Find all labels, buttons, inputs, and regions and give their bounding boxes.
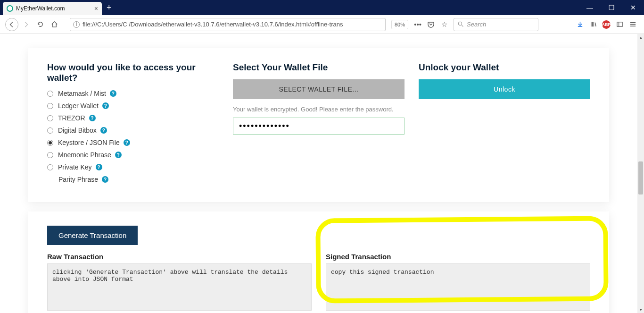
access-options-list: Metamask / Mist? Ledger Wallet? TREZOR? … — [47, 90, 219, 183]
radio-parity-phrase[interactable]: Parity Phrase? — [47, 176, 219, 183]
help-icon[interactable]: ? — [115, 152, 122, 158]
select-wallet-file-button[interactable]: SELECT WALLET FILE... — [233, 79, 405, 99]
browser-titlebar: MyEtherWallet.com × + — ❐ ✕ — [0, 0, 644, 15]
reload-icon — [37, 21, 44, 28]
select-file-column: Select Your Wallet File SELECT WALLET FI… — [233, 62, 405, 188]
back-icon — [8, 21, 15, 28]
page-viewport: How would you like to access your wallet… — [0, 34, 637, 313]
radio-ledger[interactable]: Ledger Wallet? — [47, 102, 219, 110]
raw-transaction-column: Raw Transaction — [47, 253, 312, 313]
signed-transaction-column: Signed Transaction — [326, 253, 590, 313]
radio-trezor[interactable]: TREZOR? — [47, 114, 219, 122]
radio-private-key[interactable]: Private Key? — [47, 163, 219, 171]
browser-tab[interactable]: MyEtherWallet.com × — [3, 2, 102, 15]
scrollbar-thumb[interactable] — [638, 161, 643, 195]
help-icon[interactable]: ? — [100, 127, 107, 134]
forward-button[interactable] — [19, 18, 33, 31]
new-tab-button[interactable]: + — [107, 3, 112, 13]
access-method-column: How would you like to access your wallet… — [47, 62, 219, 188]
unlock-column: Unlock your Wallet Unlock — [419, 62, 590, 188]
help-icon[interactable]: ? — [96, 164, 102, 170]
radio-mnemonic[interactable]: Mnemonic Phrase? — [47, 151, 219, 159]
encryption-hint: Your wallet is encrypted. Good! Please e… — [233, 106, 405, 113]
generate-transaction-button[interactable]: Generate Transaction — [47, 226, 138, 245]
window-controls: — ❐ ✕ — [579, 0, 644, 15]
help-icon[interactable]: ? — [89, 115, 96, 121]
sidebar-icon[interactable] — [614, 19, 625, 30]
help-icon[interactable]: ? — [110, 90, 116, 97]
transaction-card: Generate Transaction Raw Transaction Sig… — [28, 211, 609, 313]
signed-tx-label: Signed Transaction — [326, 253, 590, 261]
scroll-up-icon[interactable]: ▴ — [637, 34, 644, 41]
radio-metamask[interactable]: Metamask / Mist? — [47, 90, 219, 97]
forward-icon — [23, 21, 29, 28]
search-icon — [458, 21, 464, 27]
scroll-down-icon[interactable]: ▾ — [637, 306, 644, 313]
access-title: How would you like to access your wallet… — [47, 62, 219, 83]
back-button[interactable] — [5, 18, 18, 31]
svg-rect-1 — [617, 22, 622, 26]
tab-title: MyEtherWallet.com — [16, 5, 65, 12]
wallet-access-card: How would you like to access your wallet… — [28, 48, 609, 202]
search-box[interactable]: Search — [454, 18, 538, 31]
reload-button[interactable] — [33, 18, 47, 31]
signed-tx-textarea[interactable] — [326, 263, 590, 311]
unlock-button[interactable]: Unlock — [419, 79, 590, 99]
svg-point-0 — [458, 22, 462, 25]
vertical-scrollbar[interactable]: ▴ ▾ — [637, 34, 644, 313]
bookmark-star-icon[interactable]: ☆ — [438, 19, 450, 30]
menu-icon[interactable] — [627, 19, 638, 30]
page-actions-icon[interactable]: ••• — [412, 19, 423, 30]
close-window-button[interactable]: ✕ — [622, 0, 644, 15]
select-file-title: Select Your Wallet File — [233, 62, 405, 73]
maximize-button[interactable]: ❐ — [601, 0, 622, 15]
minimize-button[interactable]: — — [579, 0, 601, 15]
zoom-level[interactable]: 80% — [391, 20, 408, 29]
downloads-icon[interactable] — [574, 19, 586, 30]
help-icon[interactable]: ? — [102, 102, 109, 109]
info-icon[interactable]: i — [73, 21, 80, 28]
home-button[interactable] — [48, 18, 61, 31]
search-placeholder: Search — [467, 21, 486, 28]
url-bar[interactable]: i file:///C:/Users/C /Downloads/etherwal… — [70, 18, 386, 31]
wallet-password-input[interactable] — [233, 118, 405, 135]
tab-favicon-icon — [7, 5, 13, 12]
help-icon[interactable]: ? — [102, 176, 108, 183]
adblock-icon[interactable]: ABP — [601, 19, 612, 30]
unlock-title: Unlock your Wallet — [419, 62, 590, 73]
pocket-icon[interactable] — [425, 19, 437, 30]
help-icon[interactable]: ? — [124, 139, 130, 146]
url-text: file:///C:/Users/C /Downloads/etherwalle… — [83, 21, 382, 28]
raw-tx-textarea[interactable] — [47, 263, 312, 311]
home-icon — [51, 21, 58, 28]
library-icon[interactable] — [587, 19, 599, 30]
close-tab-icon[interactable]: × — [94, 5, 98, 12]
browser-toolbar: i file:///C:/Users/C /Downloads/etherwal… — [0, 15, 644, 34]
radio-digital-bitbox[interactable]: Digital Bitbox? — [47, 127, 219, 134]
raw-tx-label: Raw Transaction — [47, 253, 312, 261]
radio-keystore[interactable]: Keystore / JSON File? — [47, 139, 219, 146]
